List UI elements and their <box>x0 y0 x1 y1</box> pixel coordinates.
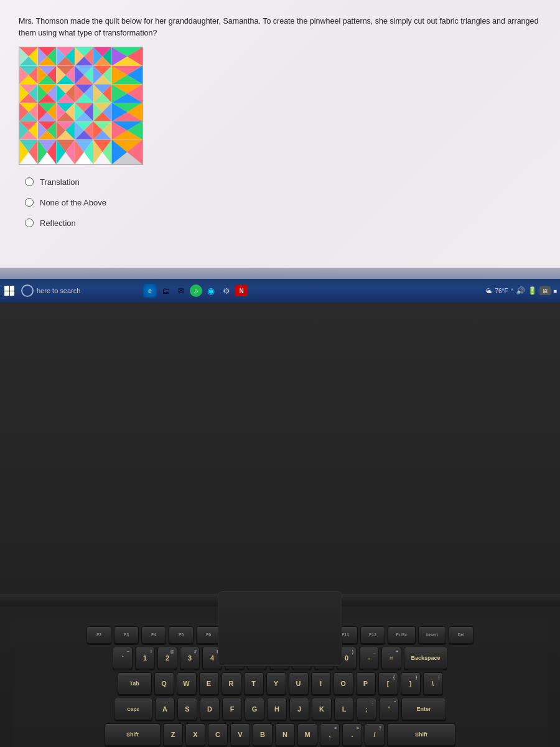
key-m[interactable]: M <box>297 723 317 746</box>
key-b[interactable]: B <box>253 723 273 746</box>
radio-reflection[interactable] <box>25 218 34 227</box>
question-area: Mrs. Thomson made the quilt below for he… <box>12 9 548 245</box>
radio-none-above[interactable] <box>25 198 34 207</box>
taskbar-search-text[interactable]: here to search <box>37 287 80 294</box>
quilt-image <box>19 47 143 165</box>
key-slash[interactable]: ?/ <box>365 723 385 746</box>
key-prtsc[interactable]: PrtSc <box>388 626 416 644</box>
key-caps[interactable]: Caps <box>114 698 152 720</box>
key-h[interactable]: H <box>267 698 287 720</box>
folder-icon: 🗂 <box>162 286 170 296</box>
mail-icon: ✉ <box>178 286 184 295</box>
key-s[interactable]: S <box>177 698 197 720</box>
qwerty-key-row: Tab Q W E R T Y U I O P {[ }] |\ <box>19 672 541 695</box>
key-f12[interactable]: F12 <box>360 626 385 644</box>
key-tab[interactable]: Tab <box>118 672 152 695</box>
key-apostrophe[interactable]: "' <box>379 698 399 720</box>
key-3[interactable]: #3 <box>180 647 200 669</box>
key-rbracket[interactable]: }] <box>401 672 421 695</box>
win-logo-cell-2 <box>10 286 15 291</box>
cortana-circle-icon <box>21 284 34 297</box>
option-translation-label: Translation <box>40 177 80 187</box>
key-shift-right[interactable]: Shift <box>387 723 455 746</box>
win-logo-cell-3 <box>4 291 9 296</box>
key-t[interactable]: T <box>244 672 264 695</box>
key-f4[interactable]: F4 <box>141 626 166 644</box>
n-icon: N <box>239 288 243 294</box>
key-v[interactable]: V <box>230 723 250 746</box>
system-icon: ■ <box>553 288 557 294</box>
key-2[interactable]: @2 <box>157 647 177 669</box>
key-period[interactable]: >. <box>342 723 362 746</box>
taskbar-n-icon[interactable]: N <box>235 285 248 296</box>
win-logo-cell-4 <box>10 291 15 296</box>
taskbar-spotify-icon[interactable]: ♫ <box>190 284 202 297</box>
key-e[interactable]: E <box>199 672 219 695</box>
taskbar-folder-icon[interactable]: 🗂 <box>159 284 172 298</box>
option-none-above[interactable]: None of the Above <box>25 198 541 207</box>
key-d[interactable]: D <box>200 698 220 720</box>
key-l[interactable]: L <box>334 698 354 720</box>
key-q[interactable]: Q <box>154 672 174 695</box>
key-f5[interactable]: F5 <box>169 626 194 644</box>
key-lbracket[interactable]: {[ <box>378 672 398 695</box>
key-i[interactable]: I <box>311 672 331 695</box>
key-k[interactable]: K <box>312 698 332 720</box>
key-c[interactable]: C <box>208 723 228 746</box>
key-f6[interactable]: F6 <box>196 626 221 644</box>
teams-icon: ◉ <box>207 286 215 296</box>
spotify-icon: ♫ <box>194 288 198 294</box>
key-comma[interactable]: <, <box>320 723 340 746</box>
key-r[interactable]: R <box>222 672 241 695</box>
taskbar-circle-icon[interactable]: ◉ <box>204 284 218 298</box>
key-o[interactable]: O <box>334 672 353 695</box>
windows-start-button[interactable] <box>0 279 19 303</box>
key-u[interactable]: U <box>289 672 309 695</box>
key-semicolon[interactable]: :; <box>357 698 376 720</box>
key-z[interactable]: Z <box>163 723 183 746</box>
key-backspace[interactable]: Backspace <box>404 647 447 669</box>
radio-translation[interactable] <box>25 177 34 186</box>
gear-icon: ⚙ <box>223 286 230 296</box>
key-x[interactable]: X <box>185 723 205 746</box>
key-p[interactable]: P <box>356 672 376 695</box>
key-1[interactable]: !1 <box>135 647 155 669</box>
weather-icon: 🌥 <box>486 288 492 294</box>
key-insert[interactable]: Insert <box>418 626 446 644</box>
zxcv-key-row: Shift Z X C V B N M <, >. ?/ Shift <box>19 723 541 746</box>
key-backtick[interactable]: ~` <box>113 647 133 669</box>
key-w[interactable]: W <box>177 672 197 695</box>
key-shift-left[interactable]: Shift <box>105 723 161 746</box>
taskbar-system-tray: 🌥 76°F ^ 🔊 🔋 🖥 ■ <box>486 286 557 295</box>
option-reflection-label: Reflection <box>40 218 76 228</box>
question-text: Mrs. Thomson made the quilt below for he… <box>19 16 541 39</box>
option-reflection[interactable]: Reflection <box>25 218 541 228</box>
key-backslash[interactable]: |\ <box>423 672 443 695</box>
option-none-above-label: None of the Above <box>40 198 106 207</box>
key-a[interactable]: A <box>155 698 175 720</box>
touchpad[interactable] <box>218 591 342 666</box>
weather-temp: 76°F <box>495 288 508 294</box>
asdf-key-row: Caps A S D F G H J K L :; "' Enter <box>19 698 541 720</box>
taskbar-app-icons: e 🗂 ✉ ♫ ◉ ⚙ N <box>143 284 248 298</box>
key-minus[interactable]: _- <box>359 647 379 669</box>
key-g[interactable]: G <box>245 698 264 720</box>
key-f3[interactable]: F3 <box>114 626 139 644</box>
key-equals[interactable]: += <box>381 647 401 669</box>
key-f2[interactable]: F2 <box>86 626 111 644</box>
key-del[interactable]: Del <box>449 626 474 644</box>
key-enter[interactable]: Enter <box>401 698 446 720</box>
laptop-screen: Mrs. Thomson made the quilt below for he… <box>0 0 560 299</box>
taskbar: here to search e 🗂 ✉ ♫ ◉ ⚙ N 🌥 76°F ^ 🔊 … <box>0 279 560 303</box>
key-n[interactable]: N <box>275 723 295 746</box>
taskbar-gear-icon[interactable]: ⚙ <box>220 284 233 298</box>
key-f[interactable]: F <box>222 698 242 720</box>
key-j[interactable]: J <box>289 698 309 720</box>
cortana-button[interactable] <box>21 284 34 297</box>
taskbar-mail-icon[interactable]: ✉ <box>174 284 188 298</box>
taskbar-edge-icon[interactable]: e <box>143 284 157 298</box>
notification-icon[interactable]: 🖥 <box>539 286 551 295</box>
key-y[interactable]: Y <box>266 672 286 695</box>
volume-icon: 🔋 <box>528 286 537 295</box>
option-translation[interactable]: Translation <box>25 177 541 187</box>
